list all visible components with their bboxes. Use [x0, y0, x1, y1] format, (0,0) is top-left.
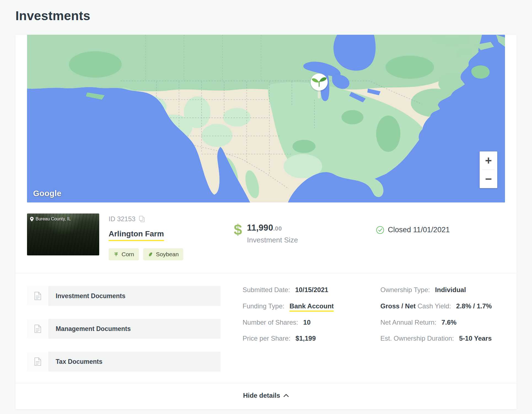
tag-soybean-label: Soybean: [156, 251, 179, 258]
tag-corn: Corn: [109, 248, 139, 260]
detail-value: 10: [303, 319, 311, 326]
detail-ownership-type: Ownership Type: Individual: [380, 286, 492, 294]
check-circle-icon: [376, 226, 384, 234]
google-logo[interactable]: Google: [33, 189, 61, 198]
funding-type-link[interactable]: Bank Account: [289, 302, 334, 312]
detail-number-of-shares: Number of Shares: 10: [243, 319, 380, 327]
map-zoom-control: + −: [480, 151, 497, 188]
status-block: Closed 11/01/2021: [376, 213, 505, 234]
farm-title-block: ID 32153 Arlington Farm Corn: [99, 213, 234, 260]
soybean-icon: [148, 252, 153, 257]
details-section: Investment Documents Management Document…: [15, 273, 517, 383]
investment-size-label: Investment Size: [247, 236, 298, 244]
tag-corn-label: Corn: [122, 251, 134, 258]
document-icon: [34, 357, 41, 366]
tag-soybean: Soybean: [143, 248, 184, 260]
investment-amount-cents: .00: [273, 225, 282, 232]
detail-value: 10/15/2021: [295, 286, 328, 293]
details-column-left: Submitted Date: 10/15/2021 Funding Type:…: [243, 286, 380, 372]
tax-documents-button[interactable]: Tax Documents: [27, 352, 221, 372]
farm-name-link[interactable]: Arlington Farm: [109, 229, 164, 241]
investment-documents-button[interactable]: Investment Documents: [27, 286, 221, 306]
chevron-up-icon: [283, 394, 289, 397]
detail-cash-yield: Gross / Net Cash Yield: 2.8% / 1.7%: [380, 302, 492, 310]
investment-amount: 11,990.00: [247, 223, 298, 233]
document-icon-box: [27, 352, 49, 372]
document-icon: [34, 292, 41, 300]
zoom-out-button[interactable]: −: [480, 170, 497, 188]
document-icon: [34, 324, 41, 333]
farm-photo: Bureau County, IL: [27, 213, 99, 255]
card-footer: Hide details: [15, 383, 517, 409]
investment-size-block: $ 11,990.00 Investment Size: [234, 213, 376, 244]
detail-value: Individual: [435, 286, 466, 293]
copy-icon[interactable]: [139, 216, 145, 223]
document-label: Tax Documents: [56, 358, 103, 365]
documents-list: Investment Documents Management Document…: [27, 286, 221, 372]
detail-price-per-share: Price per Share: $1,199: [243, 335, 380, 343]
hide-details-label: Hide details: [243, 392, 280, 399]
detail-value: 7.6%: [441, 319, 456, 326]
detail-net-annual-return: Net Annual Return: 7.6%: [380, 319, 492, 327]
dollar-icon: $: [234, 223, 242, 244]
detail-submitted-date: Submitted Date: 10/15/2021: [243, 286, 380, 294]
document-label: Investment Documents: [56, 292, 125, 300]
investment-summary: Bureau County, IL ID 32153 Arlington Far…: [15, 202, 517, 273]
document-icon-box: [27, 319, 49, 339]
detail-value: $1,199: [295, 335, 316, 342]
investment-card: Google + − Bureau County, IL ID 32153: [15, 35, 517, 409]
status-text: Closed 11/01/2021: [388, 226, 450, 234]
detail-funding-type: Funding Type: Bank Account: [243, 302, 380, 310]
map-canvas: [27, 35, 505, 202]
investment-id: ID 32153: [109, 215, 135, 223]
detail-value: 2.8% / 1.7%: [456, 302, 492, 310]
document-icon-box: [27, 286, 49, 306]
document-label: Management Documents: [56, 325, 131, 333]
management-documents-button[interactable]: Management Documents: [27, 319, 221, 339]
zoom-in-button[interactable]: +: [480, 151, 497, 170]
farm-location-label: Bureau County, IL: [36, 217, 71, 221]
page-title: Investments: [0, 0, 532, 23]
detail-ownership-duration: Est. Ownership Duration: 5-10 Years: [380, 335, 492, 343]
detail-value: 5-10 Years: [459, 335, 491, 342]
hide-details-button[interactable]: Hide details: [243, 392, 289, 399]
crop-tags: Corn Soybean: [109, 248, 234, 260]
details-column-right: Ownership Type: Individual Gross / Net C…: [380, 286, 492, 372]
corn-icon: [113, 252, 119, 257]
location-pin-icon: [30, 217, 34, 221]
map-region[interactable]: Google + −: [27, 35, 505, 202]
farm-location: Bureau County, IL: [30, 217, 71, 221]
